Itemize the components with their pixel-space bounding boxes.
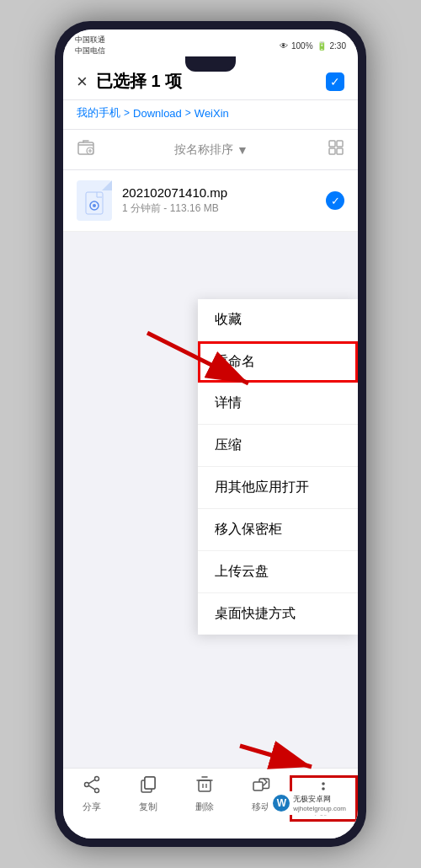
battery-label: 100% (291, 41, 313, 51)
svg-line-15 (88, 785, 95, 790)
svg-point-11 (94, 777, 99, 781)
svg-rect-22 (253, 782, 263, 790)
svg-point-13 (94, 789, 99, 793)
carrier-info: 中国联通 中国电信 (75, 35, 105, 56)
file-list: 202102071410.mp 1 分钟前 - 113.16 MB ✓ (63, 170, 358, 232)
watermark: W 无极安卓网 wjhotelgroup.com (268, 791, 351, 815)
file-meta: 1 分钟前 - 113.16 MB (122, 201, 316, 216)
file-name: 202102071410.mp (122, 185, 316, 200)
sort-button[interactable]: 按名称排序 ▼ (174, 142, 248, 158)
time-label: 2:30 (330, 41, 346, 51)
share-label: 分享 (83, 801, 101, 813)
watermark-text: 无极安卓网 wjhotelgroup.com (293, 794, 346, 812)
breadcrumb-sep2: > (185, 107, 191, 119)
phone-wrapper: 中国联通 中国电信 👁 100% 🔋 2:30 × 已选择 1 项 ✓ 我的手机 (55, 21, 366, 847)
file-item[interactable]: 202102071410.mp 1 分钟前 - 113.16 MB ✓ (63, 170, 358, 232)
menu-item-bookmark[interactable]: 收藏 (198, 299, 358, 341)
nav-share[interactable]: 分享 (63, 775, 120, 822)
file-type-label (85, 191, 104, 217)
svg-rect-6 (86, 192, 103, 214)
delete-icon (195, 775, 214, 798)
sort-chevron-icon: ▼ (237, 143, 248, 157)
carrier2-label: 中国电信 (75, 46, 105, 56)
file-info: 202102071410.mp 1 分钟前 - 113.16 MB (122, 185, 316, 216)
breadcrumb-download[interactable]: Download (133, 107, 182, 120)
add-folder-icon[interactable] (77, 138, 95, 161)
battery-icon: 👁 (280, 41, 288, 51)
svg-rect-2 (329, 141, 335, 147)
breadcrumb-sep1: > (124, 107, 130, 119)
header-left: × 已选择 1 项 (77, 70, 182, 93)
svg-rect-4 (329, 148, 335, 154)
sort-label: 按名称排序 (174, 142, 233, 158)
notch (185, 56, 236, 72)
battery-bar: 🔋 (317, 41, 327, 51)
breadcrumb: 我的手机 > Download > WeiXin (63, 100, 358, 130)
svg-point-23 (322, 782, 326, 785)
nav-copy[interactable]: 复制 (120, 775, 176, 822)
carrier1-label: 中国联通 (75, 35, 105, 46)
menu-item-shortcut[interactable]: 桌面快捷方式 (198, 593, 358, 635)
breadcrumb-phone[interactable]: 我的手机 (77, 105, 120, 121)
svg-line-14 (88, 780, 95, 784)
menu-item-rename[interactable]: 重命名 (198, 341, 358, 383)
file-icon (77, 180, 112, 221)
copy-label: 复制 (139, 801, 157, 813)
nav-delete[interactable]: 删除 (176, 775, 232, 822)
header-title: 已选择 1 项 (96, 70, 182, 93)
watermark-logo: W (273, 795, 290, 812)
menu-item-compress[interactable]: 压缩 (198, 425, 358, 467)
breadcrumb-weixin[interactable]: WeiXin (195, 107, 229, 120)
svg-point-12 (84, 783, 88, 787)
svg-rect-18 (145, 777, 155, 789)
delete-label: 删除 (195, 801, 214, 813)
svg-rect-19 (199, 780, 210, 791)
share-icon (83, 775, 101, 798)
menu-item-vault[interactable]: 移入保密柜 (198, 509, 358, 551)
copy-icon (139, 775, 157, 798)
svg-point-8 (93, 204, 96, 207)
svg-rect-5 (337, 148, 343, 154)
status-bar: 中国联通 中国电信 👁 100% 🔋 2:30 (63, 29, 358, 60)
svg-point-24 (322, 787, 326, 790)
file-icon-corner (102, 180, 112, 190)
svg-rect-3 (337, 141, 343, 147)
menu-item-details[interactable]: 详情 (198, 383, 358, 425)
file-checkbox[interactable]: ✓ (326, 191, 344, 210)
context-menu: 收藏 重命名 详情 压缩 用其他应用打开 移入保密柜 上传云盘 桌面快捷方式 (198, 299, 358, 635)
menu-item-cloud[interactable]: 上传云盘 (198, 551, 358, 593)
close-button[interactable]: × (77, 71, 88, 93)
status-right: 👁 100% 🔋 2:30 (280, 41, 346, 51)
menu-item-open-with[interactable]: 用其他应用打开 (198, 467, 358, 509)
phone-screen: 中国联通 中国电信 👁 100% 🔋 2:30 × 已选择 1 项 ✓ 我的手机 (63, 29, 358, 839)
grid-view-icon[interactable] (328, 139, 344, 160)
toolbar: 按名称排序 ▼ (63, 130, 358, 170)
select-all-checkbox[interactable]: ✓ (326, 72, 344, 91)
